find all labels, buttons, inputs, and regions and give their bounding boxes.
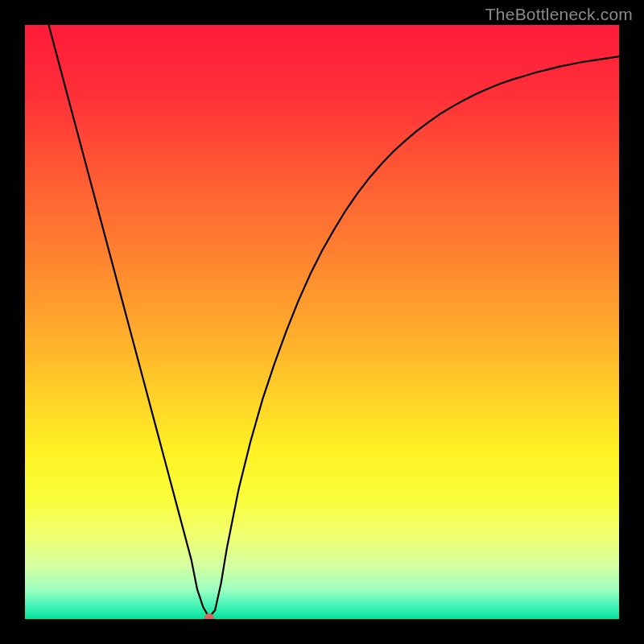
chart-background-gradient <box>25 25 619 619</box>
bottleneck-chart <box>25 25 619 619</box>
watermark-text: TheBottleneck.com <box>485 5 633 24</box>
